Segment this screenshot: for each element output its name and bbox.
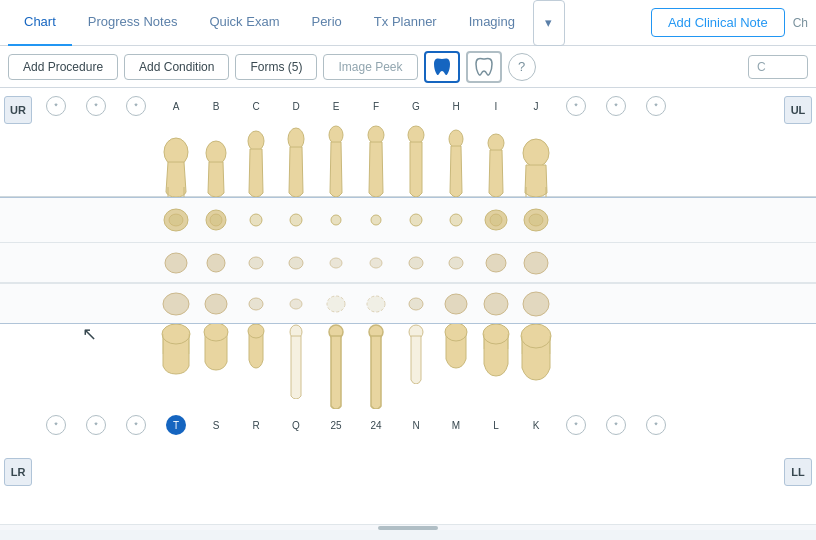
root-lower-L[interactable] — [476, 291, 516, 317]
tooth-num-star[interactable]: * — [606, 96, 626, 116]
tooth-slot-upper-1[interactable]: * — [36, 96, 76, 116]
tooth-slot-lower-15[interactable]: * — [596, 415, 636, 435]
tooth-slot-lower-T[interactable]: T — [156, 415, 196, 435]
tab-perio[interactable]: Perio — [295, 0, 357, 46]
tooth-slot-upper-2[interactable]: * — [76, 96, 116, 116]
tooth-lower-L[interactable] — [476, 324, 516, 413]
tooth-upper-C[interactable] — [236, 118, 276, 197]
search-input[interactable] — [748, 55, 808, 79]
tooth-slot-upper-B[interactable]: B — [196, 96, 236, 116]
tooth-upper-F[interactable] — [356, 118, 396, 197]
tooth-num-J[interactable]: J — [526, 96, 546, 116]
tooth-slot-lower-R[interactable]: R — [236, 415, 276, 435]
tooth-num-star[interactable]: * — [126, 96, 146, 116]
tooth-num-D[interactable]: D — [286, 96, 306, 116]
tooth-num-lower-star15[interactable]: * — [606, 415, 626, 435]
root-lower-K[interactable] — [516, 290, 556, 318]
tooth-num-N[interactable]: N — [406, 415, 426, 435]
tooth-lower-star2[interactable] — [76, 324, 116, 413]
tooth-upper-star4[interactable] — [556, 118, 596, 197]
occ-upper-J[interactable] — [516, 206, 556, 234]
tooth-num-I[interactable]: I — [486, 96, 506, 116]
add-procedure-button[interactable]: Add Procedure — [8, 54, 118, 80]
occ-upper-I[interactable] — [476, 207, 516, 233]
tooth-slot-upper-I[interactable]: I — [476, 96, 516, 116]
tooth-slot-upper-A[interactable]: A — [156, 96, 196, 116]
scroll-bar[interactable] — [378, 526, 438, 530]
tooth-num-A[interactable]: A — [166, 96, 186, 116]
tooth-num-M[interactable]: M — [446, 415, 466, 435]
tooth-slot-upper-J[interactable]: J — [516, 96, 556, 116]
tooth-num-star[interactable]: * — [646, 96, 666, 116]
tooth-slot-lower-Q[interactable]: Q — [276, 415, 316, 435]
tooth-num-24[interactable]: 24 — [366, 415, 386, 435]
more-tabs-button[interactable]: ▾ — [533, 0, 565, 46]
tooth-lower-N[interactable] — [396, 324, 436, 413]
tooth-upper-star5[interactable] — [596, 118, 636, 197]
tab-chart[interactable]: Chart — [8, 0, 72, 46]
root-lower-25[interactable] — [316, 294, 356, 314]
tooth-upper-J[interactable] — [516, 118, 556, 197]
tooth-lower-star3[interactable] — [116, 324, 156, 413]
tooth-num-lower-star16[interactable]: * — [646, 415, 666, 435]
root-upper-E[interactable] — [316, 256, 356, 270]
root-lower-T[interactable] — [156, 290, 196, 318]
tooth-slot-lower-N[interactable]: N — [396, 415, 436, 435]
root-upper-H[interactable] — [436, 255, 476, 271]
tab-tx-planner[interactable]: Tx Planner — [358, 0, 453, 46]
tab-imaging[interactable]: Imaging — [453, 0, 531, 46]
tooth-slot-upper-15[interactable]: * — [596, 96, 636, 116]
tooth-slot-upper-D[interactable]: D — [276, 96, 316, 116]
image-peek-button[interactable]: Image Peek — [323, 54, 417, 80]
tooth-lower-S[interactable] — [196, 324, 236, 413]
tooth-num-E[interactable]: E — [326, 96, 346, 116]
tooth-slot-upper-F[interactable]: F — [356, 96, 396, 116]
tooth-slot-lower-24[interactable]: 24 — [356, 415, 396, 435]
root-lower-S[interactable] — [196, 292, 236, 316]
tooth-slot-upper-E[interactable]: E — [316, 96, 356, 116]
tooth-num-T[interactable]: T — [166, 415, 186, 435]
occ-upper-C[interactable] — [236, 213, 276, 227]
tooth-num-lower-star2[interactable]: * — [86, 415, 106, 435]
forms-button[interactable]: Forms (5) — [235, 54, 317, 80]
tooth-num-R[interactable]: R — [246, 415, 266, 435]
tooth-num-lower-star14[interactable]: * — [566, 415, 586, 435]
tooth-lower-24[interactable] — [356, 324, 396, 413]
root-upper-D[interactable] — [276, 255, 316, 271]
tooth-slot-lower-16[interactable]: * — [636, 415, 676, 435]
tooth-num-G[interactable]: G — [406, 96, 426, 116]
tooth-slot-lower-3[interactable]: * — [116, 415, 156, 435]
occ-upper-H[interactable] — [436, 213, 476, 227]
tooth-slot-lower-25[interactable]: 25 — [316, 415, 356, 435]
tooth-slot-lower-2[interactable]: * — [76, 415, 116, 435]
root-upper-I[interactable] — [476, 251, 516, 275]
tooth-upper-A[interactable] — [156, 118, 196, 197]
tooth-upper-I[interactable] — [476, 118, 516, 197]
tooth-slot-lower-14[interactable]: * — [556, 415, 596, 435]
tooth-lower-Q[interactable] — [276, 324, 316, 413]
occ-upper-F[interactable] — [356, 214, 396, 226]
tooth-upper-H[interactable] — [436, 118, 476, 197]
tooth-slot-upper-16[interactable]: * — [636, 96, 676, 116]
tooth-num-B[interactable]: B — [206, 96, 226, 116]
tooth-num-25[interactable]: 25 — [326, 415, 346, 435]
occ-upper-B[interactable] — [196, 207, 236, 233]
root-lower-N[interactable] — [396, 296, 436, 312]
tooth-slot-upper-3[interactable]: * — [116, 96, 156, 116]
root-upper-F[interactable] — [356, 256, 396, 270]
help-button[interactable]: ? — [508, 53, 536, 81]
tooth-slot-lower-S[interactable]: S — [196, 415, 236, 435]
tooth-upper-star1[interactable] — [36, 118, 76, 197]
tooth-num-F[interactable]: F — [366, 96, 386, 116]
occ-upper-D[interactable] — [276, 213, 316, 227]
root-upper-B[interactable] — [196, 251, 236, 275]
add-clinical-note-button[interactable]: Add Clinical Note — [651, 8, 785, 37]
tooth-slot-upper-H[interactable]: H — [436, 96, 476, 116]
tooth-lower-star5[interactable] — [596, 324, 636, 413]
tooth-slot-lower-L[interactable]: L — [476, 415, 516, 435]
root-lower-Q[interactable] — [276, 297, 316, 311]
tooth-lower-25[interactable] — [316, 324, 356, 413]
root-upper-G[interactable] — [396, 255, 436, 271]
tooth-num-S[interactable]: S — [206, 415, 226, 435]
tooth-num-lower-star1[interactable]: * — [46, 415, 66, 435]
